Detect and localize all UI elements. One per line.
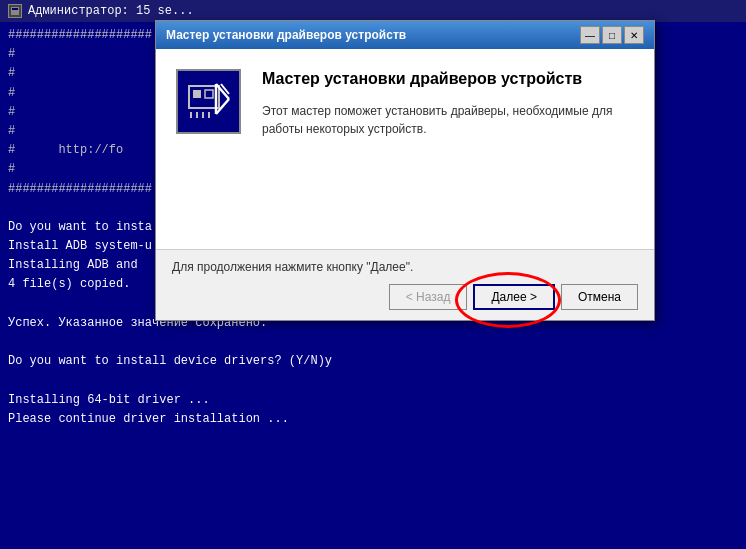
minimize-button[interactable]: —	[580, 26, 600, 44]
back-button[interactable]: < Назад	[389, 284, 468, 310]
terminal-title: Администратор: 15 se...	[28, 4, 194, 18]
dialog-text-area: Мастер установки драйверов устройств Это…	[262, 69, 634, 229]
next-button-wrapper: Далее >	[473, 284, 555, 310]
close-button[interactable]: ✕	[624, 26, 644, 44]
cancel-button[interactable]: Отмена	[561, 284, 638, 310]
svg-rect-4	[193, 90, 201, 98]
dialog-titlebar: Мастер установки драйверов устройств — □…	[156, 21, 654, 49]
dialog-window: Мастер установки драйверов устройств — □…	[155, 20, 655, 321]
terminal-icon	[8, 4, 22, 18]
dialog-icon-area	[176, 69, 246, 229]
terminal-titlebar: Администратор: 15 se...	[0, 0, 746, 22]
maximize-button[interactable]: □	[602, 26, 622, 44]
svg-rect-1	[12, 8, 18, 10]
dialog-titlebar-buttons: — □ ✕	[580, 26, 644, 44]
dialog-footer: Для продолжения нажмите кнопку "Далее". …	[156, 249, 654, 320]
dialog-title: Мастер установки драйверов устройств	[166, 28, 406, 42]
dialog-heading: Мастер установки драйверов устройств	[262, 69, 634, 90]
dialog-description: Этот мастер поможет установить драйверы,…	[262, 102, 634, 138]
dialog-body: Мастер установки драйверов устройств Это…	[156, 49, 654, 249]
driver-wizard-icon	[176, 69, 241, 134]
dialog-buttons: < Назад Далее > Отмена	[172, 284, 638, 310]
dialog-hint: Для продолжения нажмите кнопку "Далее".	[172, 260, 638, 274]
next-button[interactable]: Далее >	[473, 284, 555, 310]
